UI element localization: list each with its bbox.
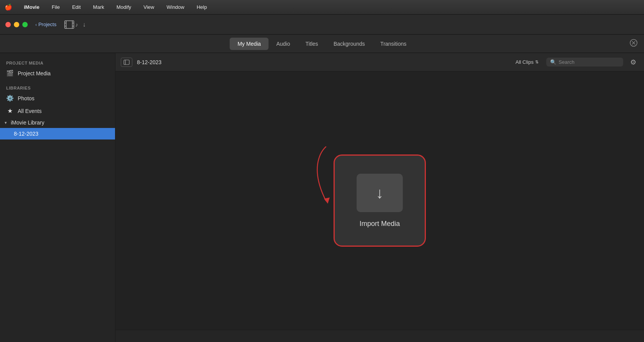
menu-view[interactable]: View (141, 3, 157, 11)
import-area: ↓ Import Media (115, 71, 644, 330)
traffic-lights (5, 22, 28, 27)
section-project-media: PROJECT MEDIA (0, 58, 115, 67)
import-label: Import Media (359, 220, 400, 228)
tab-transitions[interactable]: Transitions (373, 38, 414, 50)
content-title: 8-12-2023 (137, 59, 508, 65)
svg-rect-10 (124, 60, 129, 65)
menu-window[interactable]: Window (164, 3, 187, 11)
photos-icon: ⚙️ (6, 95, 14, 102)
import-down-arrow-icon: ↓ (376, 185, 384, 201)
search-container: 🔍 (546, 58, 623, 66)
close-button[interactable] (5, 22, 11, 27)
tab-my-media[interactable]: My Media (230, 38, 269, 50)
maximize-button[interactable] (22, 22, 28, 27)
menu-mark[interactable]: Mark (91, 3, 107, 11)
sidebar-item-project-media[interactable]: 🎬 Project Media (0, 67, 115, 80)
all-clips-button[interactable]: All Clips ⇅ (512, 58, 542, 66)
tab-backgrounds[interactable]: Backgrounds (326, 38, 373, 50)
sidebar: PROJECT MEDIA 🎬 Project Media LIBRARIES … (0, 53, 115, 342)
title-bar: ‹ Projects ♪ ↓ (0, 15, 644, 35)
menu-file[interactable]: File (49, 3, 62, 11)
main-layout: PROJECT MEDIA 🎬 Project Media LIBRARIES … (0, 53, 644, 342)
sidebar-item-all-events[interactable]: ★ All Events (0, 105, 115, 117)
content-area: 8-12-2023 All Clips ⇅ 🔍 ⚙ (115, 53, 644, 342)
bottom-bar (115, 330, 644, 342)
all-clips-label: All Clips (516, 59, 534, 65)
top-nav: My Media Audio Titles Backgrounds Transi… (0, 35, 644, 53)
all-events-label: All Events (18, 108, 42, 114)
tab-titles[interactable]: Titles (298, 38, 326, 50)
import-icon-box: ↓ (357, 174, 403, 212)
sidebar-item-8-12-2023[interactable]: 8-12-2023 (0, 128, 115, 139)
section-libraries: LIBRARIES (0, 83, 115, 92)
tab-audio[interactable]: Audio (269, 38, 298, 50)
chevron-left-icon: ‹ (35, 22, 37, 27)
minimize-button[interactable] (14, 22, 19, 27)
download-icon[interactable]: ↓ (83, 21, 86, 28)
library-item-label: 8-12-2023 (14, 131, 38, 137)
menu-imovie[interactable]: iMovie (22, 3, 42, 11)
settings-button[interactable]: ⚙ (628, 57, 639, 67)
apple-logo-icon: 🍎 (5, 3, 12, 11)
menu-edit[interactable]: Edit (70, 3, 83, 11)
no-match-icon (629, 38, 638, 49)
clapperboard-icon: 🎬 (6, 70, 14, 77)
menu-bar: 🍎 iMovie File Edit Mark Modify View Wind… (0, 0, 644, 15)
sidebar-library-header[interactable]: ▾ iMovie Library (0, 117, 115, 128)
menu-help[interactable]: Help (194, 3, 209, 11)
import-media-button[interactable]: ↓ Import Media (334, 154, 426, 247)
content-header: 8-12-2023 All Clips ⇅ 🔍 ⚙ (115, 53, 644, 71)
all-clips-arrows-icon: ⇅ (535, 60, 539, 65)
library-label: iMovie Library (11, 120, 44, 126)
sidebar-toggle-button[interactable] (121, 58, 132, 67)
star-icon: ★ (6, 107, 14, 115)
photos-label: Photos (18, 95, 35, 101)
svg-marker-12 (324, 198, 330, 204)
search-input[interactable] (559, 59, 619, 65)
menu-modify[interactable]: Modify (114, 3, 133, 11)
projects-back-button[interactable]: ‹ Projects (32, 20, 60, 28)
project-media-label: Project Media (18, 70, 51, 76)
search-icon: 🔍 (550, 59, 556, 65)
projects-label: Projects (38, 22, 57, 27)
sidebar-item-photos[interactable]: ⚙️ Photos (0, 92, 115, 105)
film-icon: ♪ (64, 20, 78, 29)
chevron-down-icon: ▾ (5, 120, 7, 125)
